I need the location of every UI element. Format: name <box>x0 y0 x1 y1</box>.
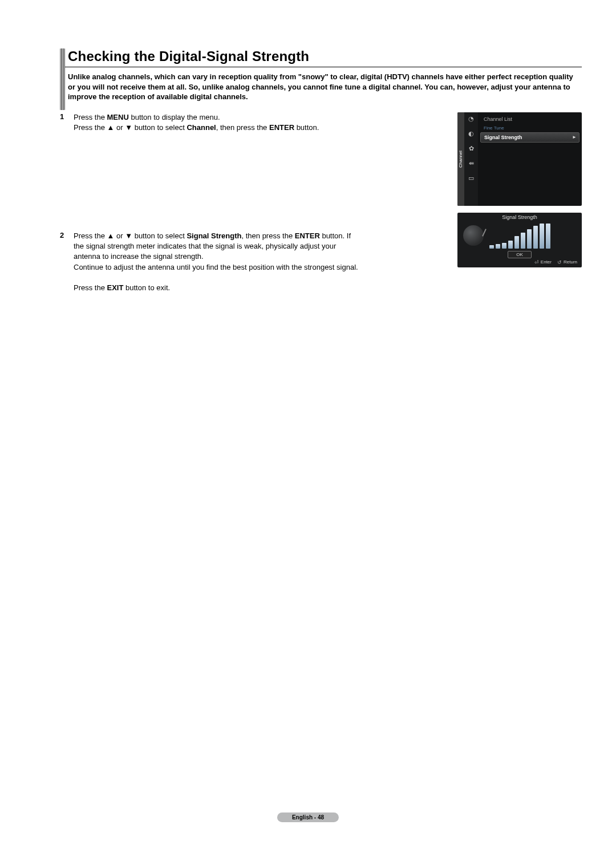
signal-bar <box>502 243 506 249</box>
input-icon: ⇚ <box>467 159 476 168</box>
ok-button[interactable]: OK <box>508 251 532 258</box>
setup-icon: ✿ <box>467 144 476 153</box>
page-footer: English - 48 <box>277 812 339 822</box>
signal-bar <box>521 233 525 249</box>
tv-menu-item[interactable]: Signal Strength <box>480 132 579 143</box>
signal-strength-screenshot: Signal Strength OK ⏎Enter ↺Return <box>457 213 582 267</box>
picture-icon: ◔ <box>467 115 476 124</box>
channel-icon: ◐ <box>467 129 476 139</box>
signal-bar <box>540 224 544 249</box>
signal-bars <box>489 224 576 250</box>
signal-bar <box>496 244 500 249</box>
signal-bar <box>527 229 532 249</box>
tv-menu-item[interactable]: Channel List <box>480 115 579 124</box>
return-icon: ↺ <box>557 259 562 265</box>
signal-bar <box>508 241 513 249</box>
step-body: Press the MENU button to display the men… <box>74 112 319 133</box>
signal-bar <box>514 236 519 249</box>
step: 2Press the ▲ or ▼ button to select Signa… <box>60 231 449 293</box>
page-heading: Checking the Digital-Signal Strength <box>68 48 582 64</box>
satellite-dish-icon <box>463 225 484 246</box>
tv-menu-icon-column: ◔ ◐ ✿ ⇚ ▭ <box>464 112 478 206</box>
step-body: Press the ▲ or ▼ button to select Signal… <box>74 231 362 293</box>
screenshots-column: Channel ◔ ◐ ✿ ⇚ ▭ Channel ListFine TuneS… <box>457 112 582 294</box>
enter-hint: ⏎Enter <box>534 259 552 265</box>
return-hint: ↺Return <box>557 259 577 265</box>
application-icon: ▭ <box>467 174 476 183</box>
signal-bar <box>546 224 550 249</box>
signal-panel-title: Signal Strength <box>457 213 582 222</box>
tv-menu-category-tab: Channel <box>457 112 464 206</box>
step: 1Press the MENU button to display the me… <box>60 112 449 133</box>
tv-menu-item[interactable]: Fine Tune <box>480 124 579 132</box>
step-number: 2 <box>60 231 67 293</box>
signal-bar <box>533 226 538 249</box>
enter-icon: ⏎ <box>534 259 539 265</box>
steps-column: 1Press the MENU button to display the me… <box>60 112 449 294</box>
decorative-left-bar <box>60 48 65 110</box>
heading-rule <box>60 67 582 67</box>
signal-bar <box>489 245 494 249</box>
tv-menu-screenshot: Channel ◔ ◐ ✿ ⇚ ▭ Channel ListFine TuneS… <box>457 112 582 206</box>
intro-paragraph: Unlike analog channels, which can vary i… <box>68 72 582 102</box>
tv-menu-items: Channel ListFine TuneSignal Strength <box>478 112 582 206</box>
step-number: 1 <box>60 112 67 133</box>
